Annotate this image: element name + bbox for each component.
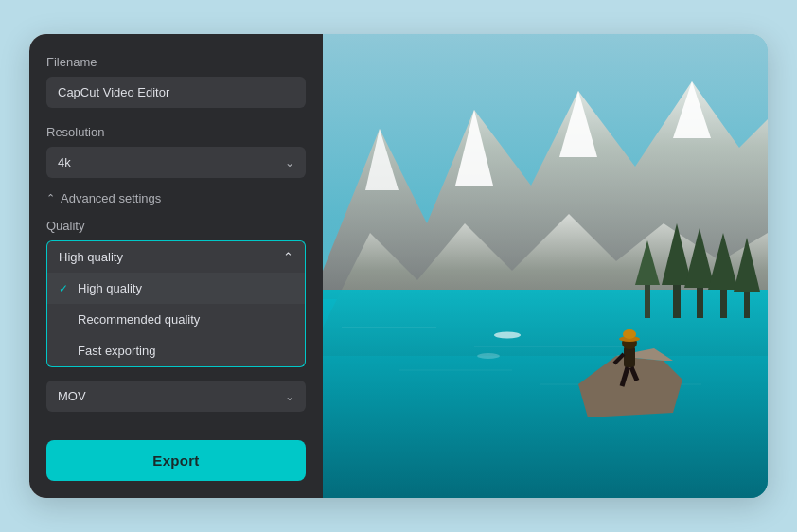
resolution-label: Resolution <box>46 125 306 139</box>
quality-option-recommended[interactable]: Recommended quality <box>47 304 305 335</box>
filename-label: Filename <box>46 55 306 69</box>
quality-options-list: High quality Recommended quality Fast ex… <box>46 273 306 367</box>
quality-chevron-icon: ⌃ <box>283 250 293 264</box>
svg-point-32 <box>494 332 521 339</box>
advanced-chevron-up-icon: ⌃ <box>46 192 55 204</box>
quality-section: Quality High quality ⌃ High quality Reco… <box>46 219 306 381</box>
resolution-chevron-icon: ⌄ <box>285 156 294 169</box>
svg-point-28 <box>623 329 636 339</box>
main-card: Filename Resolution 4k ⌄ ⌃ Advanced sett… <box>29 34 768 498</box>
quality-dropdown: High quality ⌃ High quality Recommended … <box>46 240 306 367</box>
format-select[interactable]: MOV ⌄ <box>46 381 306 412</box>
quality-selected-value: High quality <box>59 250 123 264</box>
quality-option-fast-label: Fast exporting <box>78 344 155 358</box>
resolution-select[interactable]: 4k ⌄ <box>46 147 306 178</box>
filename-input[interactable] <box>46 77 306 108</box>
quality-option-fast[interactable]: Fast exporting <box>47 335 305 366</box>
svg-rect-25 <box>624 346 635 367</box>
scene-svg <box>323 34 768 498</box>
photo-background <box>323 34 768 498</box>
quality-select[interactable]: High quality ⌃ <box>46 240 306 273</box>
quality-option-high-label: High quality <box>78 281 142 295</box>
quality-label: Quality <box>46 219 306 233</box>
export-button[interactable]: Export <box>46 440 306 481</box>
quality-option-recommended-label: Recommended quality <box>78 312 200 327</box>
format-chevron-icon: ⌄ <box>285 390 294 403</box>
resolution-value: 4k <box>58 155 71 169</box>
quality-option-high[interactable]: High quality <box>47 273 305 304</box>
svg-rect-7 <box>323 290 768 498</box>
photo-panel <box>323 34 768 498</box>
export-panel: Filename Resolution 4k ⌄ ⌃ Advanced sett… <box>29 34 323 498</box>
svg-point-12 <box>477 353 500 359</box>
advanced-settings-toggle[interactable]: ⌃ Advanced settings <box>46 191 306 205</box>
format-value: MOV <box>58 389 86 403</box>
advanced-settings-label: Advanced settings <box>61 191 161 205</box>
